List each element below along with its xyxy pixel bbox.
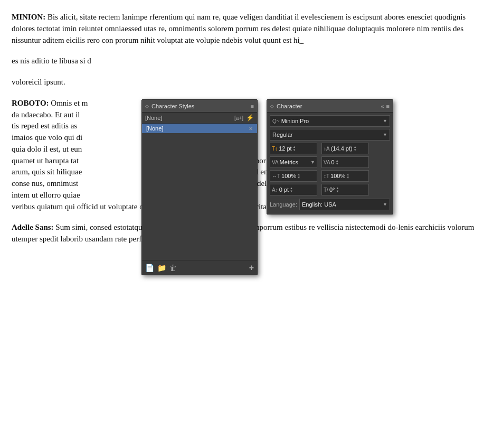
char-skew-value: 0° xyxy=(329,186,335,193)
char-kerning-icon: VA xyxy=(272,160,279,165)
char-style-arrow-icon: ▼ xyxy=(383,132,387,137)
char-panel-header: ◇ Character « ≡ xyxy=(267,100,393,113)
char-kerning-spinbox[interactable]: VA Metrics ▼ xyxy=(270,156,317,168)
char-style-select[interactable]: Regular ▼ xyxy=(270,129,390,141)
char-skew-icon: T/ xyxy=(324,187,328,193)
char-scale-v-arrows: ▲ ▼ xyxy=(346,173,349,179)
char-baseline-skew-row: A↕ 0 pt ▲ ▼ T/ 0° ▲ ▼ xyxy=(270,184,390,195)
char-language-value: English: USA xyxy=(302,201,336,208)
char-styles-lightning-icon[interactable]: ⚡ xyxy=(246,114,254,122)
char-styles-panel-header-right: ≡ xyxy=(251,103,254,109)
char-styles-item-close-icon[interactable]: ✕ xyxy=(249,126,253,132)
paragraph-minion-cont: es nis aditio te libusa si d xyxy=(12,55,481,67)
char-styles-subheader: [None] [a+] ⚡ xyxy=(142,113,257,124)
char-panel-diamond-icon: ◇ xyxy=(270,104,274,109)
char-leading-spinbox-arrows: ▲ ▼ xyxy=(354,145,357,152)
char-styles-new-icon[interactable]: 📄 xyxy=(145,264,154,272)
char-size-down-arrow[interactable]: ▼ xyxy=(293,148,296,152)
char-panel-menu-icon[interactable]: ≡ xyxy=(386,103,390,109)
roboto-line8a: conse nus, omnimust xyxy=(12,179,78,188)
char-leading-down-arrow[interactable]: ▼ xyxy=(354,148,357,152)
char-font-arrow-icon: ▼ xyxy=(383,118,387,124)
char-styles-item-none-selected[interactable]: [None] ✕ xyxy=(142,124,257,133)
char-kerning-value: Metrics xyxy=(280,159,298,165)
char-font-name: Minion Pro xyxy=(281,118,383,124)
char-styles-plus-icon[interactable]: + xyxy=(249,263,254,273)
char-panel-collapse-icon[interactable]: « xyxy=(381,103,384,109)
char-styles-panel: ◇ Character Styles ≡ [None] [a+] ⚡ [None… xyxy=(141,99,258,275)
char-leading-spinbox[interactable]: ↕A (14.4 pt) ▲ ▼ xyxy=(321,143,369,154)
char-scale-row: ↔T 100% ▲ ▼ ↕T 100% ▲ ▼ xyxy=(270,170,390,182)
char-size-leading-row: T↕ 12 pt ▲ ▼ ↕A (14.4 pt) ▲ ▼ xyxy=(270,143,390,154)
char-baseline-arrows: ▲ ▼ xyxy=(290,186,293,193)
char-tracking-spinbox-arrows: ▲ ▼ xyxy=(336,159,339,165)
char-language-row: Language: English: USA ▼ xyxy=(270,198,390,211)
roboto-line4: imaios que volo qui di xyxy=(12,133,82,142)
minion-label: MINION: xyxy=(12,13,45,21)
char-styles-menu-icon[interactable]: ≡ xyxy=(251,103,254,109)
char-styles-folder-icon[interactable]: 📁 xyxy=(157,264,166,272)
char-baseline-icon: A↕ xyxy=(272,187,278,193)
char-styles-none-label: [None] xyxy=(145,115,162,121)
char-panel-header-left: ◇ Character xyxy=(270,103,302,109)
roboto-line6a: quamet ut harupta tat xyxy=(12,156,79,165)
char-styles-footer: 📄 📁 🗑 + xyxy=(142,260,257,275)
char-language-select[interactable]: English: USA ▼ xyxy=(299,199,390,210)
char-panel-body: Q~ Minion Pro ▼ Regular ▼ T↕ 12 pt ▲ ▼ xyxy=(267,113,393,214)
char-kerning-arrow-icon: ▼ xyxy=(310,160,315,165)
char-styles-panel-header: ◇ Character Styles ≡ xyxy=(142,100,257,113)
char-styles-list: [None] ✕ xyxy=(142,124,257,260)
adelle-label: Adelle Sans: xyxy=(12,223,54,231)
char-baseline-spinbox[interactable]: A↕ 0 pt ▲ ▼ xyxy=(270,184,317,195)
char-styles-delete-icon[interactable]: 🗑 xyxy=(169,264,177,272)
char-size-spinbox[interactable]: T↕ 12 pt ▲ ▼ xyxy=(270,143,317,154)
char-styles-footer-icons: 📄 📁 🗑 xyxy=(145,264,177,272)
char-scale-v-down-arrow[interactable]: ▼ xyxy=(346,176,349,179)
paragraph-minion-end: voloreicil ipsunt. xyxy=(12,77,481,88)
char-tracking-icon: VA xyxy=(324,160,330,165)
char-baseline-down-arrow[interactable]: ▼ xyxy=(290,190,293,193)
char-size-spinbox-arrows: ▲ ▼ xyxy=(293,145,296,152)
char-skew-spinbox[interactable]: T/ 0° ▲ ▼ xyxy=(321,184,369,195)
roboto-line2: da ndaecabo. Et aut il xyxy=(12,110,80,119)
char-panel: ◇ Character « ≡ Q~ Minion Pro ▼ Regular … xyxy=(267,99,393,214)
char-styles-panel-header-left: ◇ Character Styles xyxy=(145,103,194,109)
char-tracking-spinbox[interactable]: VA 0 ▲ ▼ xyxy=(321,156,369,168)
char-scale-h-value: 100% xyxy=(281,173,296,179)
roboto-line5: quia dolo il est, ut eun xyxy=(12,145,82,153)
char-font-search-icon: Q~ xyxy=(272,118,280,124)
paragraph-minion: MINION: Bis alicit, sitate rectem lanimp… xyxy=(12,12,481,46)
char-scale-h-icon: ↔T xyxy=(272,173,280,179)
char-tracking-value: 0 xyxy=(331,159,335,165)
roboto-line9a: intem ut ellorro quiae xyxy=(12,191,80,199)
char-size-value: 12 pt xyxy=(279,145,291,152)
char-leading-value: (14.4 pt) xyxy=(331,145,353,152)
roboto-line3: tis reped est aditis as xyxy=(12,122,77,130)
char-kerning-select[interactable]: Metrics ▼ xyxy=(280,159,315,165)
char-tracking-down-arrow[interactable]: ▼ xyxy=(336,162,339,165)
char-leading-icon: ↕A xyxy=(324,146,330,152)
char-scale-v-icon: ↕T xyxy=(324,173,329,179)
char-language-arrow-icon: ▼ xyxy=(383,202,387,207)
char-style-name: Regular xyxy=(272,132,383,138)
char-skew-arrows: ▲ ▼ xyxy=(336,186,339,193)
char-style-row: Regular ▼ xyxy=(270,129,390,141)
char-skew-down-arrow[interactable]: ▼ xyxy=(336,190,339,193)
char-panel-header-right: « ≡ xyxy=(381,103,390,109)
char-scale-h-spinbox[interactable]: ↔T 100% ▲ ▼ xyxy=(270,170,317,182)
char-styles-item-none-label: [None] xyxy=(146,125,163,132)
minion-end-text: voloreicil ipsunt. xyxy=(12,78,65,86)
char-kerning-tracking-row: VA Metrics ▼ VA 0 ▲ ▼ xyxy=(270,156,390,168)
char-font-select[interactable]: Q~ Minion Pro ▼ xyxy=(270,115,390,127)
roboto-line7a: arum, quis sit hiliquae xyxy=(12,167,82,176)
minion-cont-text: es nis aditio te libusa si d xyxy=(12,57,91,65)
char-scale-h-down-arrow[interactable]: ▼ xyxy=(297,176,300,179)
char-panel-title: Character xyxy=(277,103,302,109)
char-scale-h-arrows: ▲ ▼ xyxy=(297,173,300,179)
char-size-icon: T↕ xyxy=(272,146,278,152)
char-scale-v-spinbox[interactable]: ↕T 100% ▲ ▼ xyxy=(321,170,369,182)
minion-text: Bis alicit, sitate rectem lanimpe rferen… xyxy=(12,13,466,44)
roboto-label: ROBOTO: xyxy=(12,99,49,107)
char-language-label: Language: xyxy=(270,201,297,208)
char-scale-v-value: 100% xyxy=(330,173,345,179)
